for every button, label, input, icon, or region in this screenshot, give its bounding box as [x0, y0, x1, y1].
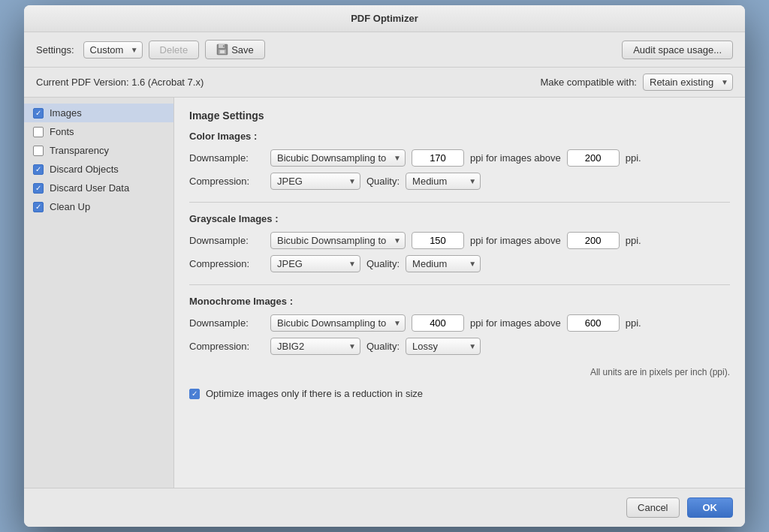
- color-quality-label: Quality:: [366, 176, 400, 187]
- gray-downsample-select-wrap: Bicubic Downsampling to ▼: [270, 232, 406, 249]
- fonts-checkbox[interactable]: [33, 127, 44, 137]
- color-downsample-ppi-input[interactable]: [412, 149, 464, 167]
- gray-above-text: ppi for images above: [470, 235, 561, 246]
- footer-bar: Cancel OK: [24, 488, 745, 527]
- clean-up-checkbox[interactable]: [33, 202, 44, 212]
- pdf-optimizer-dialog: PDF Optimizer Settings: Custom ▼ Delete …: [24, 5, 745, 527]
- color-quality-select-wrap: Medium ▼: [406, 173, 481, 190]
- color-downsample-label: Downsample:: [189, 152, 264, 164]
- gray-downsample-label: Downsample:: [189, 235, 264, 246]
- gray-compression-row: Compression: JPEG ▼ Quality: Medium ▼: [189, 255, 730, 272]
- gray-above-ppi-input[interactable]: [567, 232, 620, 249]
- color-downsample-select-wrap: Bicubic Downsampling to ▼: [270, 149, 406, 167]
- mono-above-ppi-input[interactable]: [567, 314, 620, 332]
- floppy-icon: [216, 44, 228, 56]
- separator-2: [189, 284, 730, 285]
- gray-quality-select-wrap: Medium ▼: [406, 255, 481, 272]
- sidebar-item-discard-objects[interactable]: Discard Objects: [24, 160, 173, 179]
- color-above-ppi-input[interactable]: [567, 149, 620, 167]
- settings-select[interactable]: Custom: [83, 41, 143, 59]
- section-title: Image Settings: [189, 110, 730, 122]
- gray-compression-select-wrap: JPEG ▼: [270, 255, 360, 272]
- sidebar-label-fonts: Fonts: [50, 126, 74, 137]
- delete-button[interactable]: Delete: [149, 41, 200, 59]
- mono-downsample-select[interactable]: Bicubic Downsampling to: [270, 314, 406, 332]
- images-checkbox[interactable]: [33, 108, 44, 119]
- color-quality-select[interactable]: Medium: [406, 173, 481, 190]
- gray-downsample-ppi-input[interactable]: [412, 232, 464, 249]
- main-panel: Image Settings Color Images : Downsample…: [174, 98, 745, 488]
- sidebar-label-discard-user-data: Discard User Data: [50, 182, 129, 194]
- gray-compression-label: Compression:: [189, 258, 264, 269]
- color-images-section: Color Images : Downsample: Bicubic Downs…: [189, 131, 730, 190]
- save-button[interactable]: Save: [205, 40, 265, 59]
- monochrome-images-title: Monochrome Images :: [189, 296, 730, 307]
- transparency-checkbox[interactable]: [33, 146, 44, 156]
- sidebar-item-discard-user-data[interactable]: Discard User Data: [24, 179, 173, 197]
- mono-downsample-label: Downsample:: [189, 317, 264, 329]
- compat-select[interactable]: Retain existing: [643, 74, 733, 91]
- monochrome-images-section: Monochrome Images : Downsample: Bicubic …: [189, 296, 730, 355]
- mono-quality-label: Quality:: [366, 341, 400, 352]
- mono-above-text: ppi for images above: [470, 317, 561, 329]
- gray-compression-select[interactable]: JPEG: [270, 255, 360, 272]
- ok-button[interactable]: OK: [687, 497, 734, 518]
- grayscale-images-title: Grayscale Images :: [189, 213, 730, 224]
- color-compression-select[interactable]: JPEG: [270, 173, 360, 190]
- toolbar: Settings: Custom ▼ Delete Save Audit spa…: [24, 32, 745, 68]
- sidebar: Images Fonts Transparency Discard Object…: [24, 98, 174, 488]
- sidebar-item-clean-up[interactable]: Clean Up: [24, 197, 173, 216]
- optimize-row: Optimize images only if there is a reduc…: [189, 380, 730, 402]
- sidebar-label-transparency: Transparency: [50, 145, 109, 156]
- sidebar-item-images[interactable]: Images: [24, 104, 173, 122]
- optimize-label: Optimize images only if there is a reduc…: [206, 388, 423, 399]
- color-downsample-row: Downsample: Bicubic Downsampling to ▼ pp…: [189, 149, 730, 167]
- save-label: Save: [231, 44, 254, 56]
- mono-compression-select[interactable]: JBIG2: [270, 338, 360, 355]
- gray-quality-label: Quality:: [366, 258, 400, 269]
- content-area: Images Fonts Transparency Discard Object…: [24, 98, 745, 488]
- discard-user-data-checkbox[interactable]: [33, 183, 44, 194]
- gray-downsample-row: Downsample: Bicubic Downsampling to ▼ pp…: [189, 232, 730, 249]
- color-ppi-label: ppi.: [626, 152, 641, 164]
- mono-quality-select-wrap: Lossy ▼: [406, 338, 481, 355]
- mono-compression-row: Compression: JBIG2 ▼ Quality: Lossy ▼: [189, 338, 730, 355]
- gray-quality-select[interactable]: Medium: [406, 255, 481, 272]
- svg-rect-3: [220, 50, 225, 53]
- mono-downsample-ppi-input[interactable]: [412, 314, 464, 332]
- mono-downsample-select-wrap: Bicubic Downsampling to ▼: [270, 314, 406, 332]
- discard-objects-checkbox[interactable]: [33, 164, 44, 175]
- gray-downsample-select[interactable]: Bicubic Downsampling to: [270, 232, 406, 249]
- sidebar-label-discard-objects: Discard Objects: [50, 164, 119, 175]
- svg-rect-4: [223, 45, 225, 47]
- mono-ppi-label: ppi.: [626, 317, 641, 329]
- color-images-title: Color Images :: [189, 131, 730, 142]
- color-compression-row: Compression: JPEG ▼ Quality: Medium ▼: [189, 173, 730, 190]
- mono-quality-select[interactable]: Lossy: [406, 338, 481, 355]
- gray-ppi-label: ppi.: [626, 235, 641, 246]
- settings-label: Settings:: [36, 44, 74, 56]
- mono-compression-label: Compression:: [189, 341, 264, 352]
- sidebar-label-clean-up: Clean Up: [50, 201, 90, 212]
- settings-select-wrap: Custom ▼: [83, 41, 143, 59]
- pdf-version-bar: Current PDF Version: 1.6 (Acrobat 7.x) M…: [24, 68, 745, 98]
- compat-right: Make compatible with: Retain existing ▼: [540, 74, 733, 91]
- color-above-text: ppi for images above: [470, 152, 561, 164]
- separator-1: [189, 202, 730, 203]
- dialog-title: PDF Optimizer: [351, 13, 418, 24]
- sidebar-item-transparency[interactable]: Transparency: [24, 141, 173, 160]
- cancel-button[interactable]: Cancel: [626, 497, 679, 518]
- units-note: All units are in pixels per inch (ppi).: [189, 367, 730, 377]
- color-compression-select-wrap: JPEG ▼: [270, 173, 360, 190]
- color-downsample-select[interactable]: Bicubic Downsampling to: [270, 149, 406, 167]
- sidebar-item-fonts[interactable]: Fonts: [24, 122, 173, 141]
- compat-label: Make compatible with:: [540, 77, 637, 88]
- color-compression-label: Compression:: [189, 176, 264, 187]
- sidebar-label-images: Images: [50, 107, 82, 119]
- optimize-checkbox[interactable]: [189, 389, 200, 399]
- audit-button[interactable]: Audit space usage...: [622, 41, 733, 59]
- footer-buttons: Cancel OK: [626, 497, 733, 518]
- mono-compression-select-wrap: JBIG2 ▼: [270, 338, 360, 355]
- compat-select-wrap: Retain existing ▼: [643, 74, 733, 91]
- mono-downsample-row: Downsample: Bicubic Downsampling to ▼ pp…: [189, 314, 730, 332]
